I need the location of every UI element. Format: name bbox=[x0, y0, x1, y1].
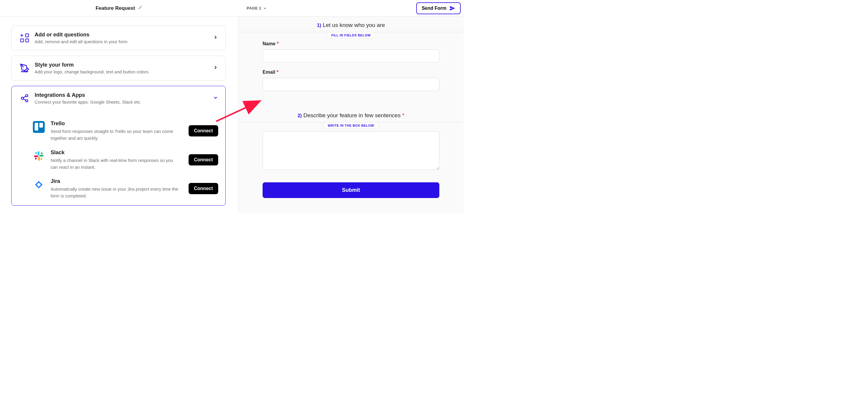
svg-point-17 bbox=[35, 152, 37, 154]
trello-icon bbox=[32, 120, 45, 133]
svg-point-7 bbox=[26, 100, 28, 102]
svg-rect-16 bbox=[34, 155, 38, 157]
slack-icon bbox=[32, 150, 45, 162]
style-card[interactable]: Style your form Add your logo, change ba… bbox=[11, 56, 225, 81]
integrations-desc: Connect your favorite apps: Google Sheet… bbox=[35, 99, 213, 104]
svg-rect-4 bbox=[26, 39, 28, 42]
name-input[interactable] bbox=[262, 50, 439, 62]
page-label-text: PAGE 1 bbox=[247, 6, 261, 10]
integrations-card[interactable]: Integrations & Apps Connect your favorit… bbox=[11, 86, 225, 206]
style-desc: Add your logo, change background, text a… bbox=[35, 69, 213, 74]
chevron-down-icon bbox=[213, 95, 218, 101]
app-desc: Notify a channel in Slack with real-time… bbox=[51, 157, 180, 171]
integrations-list: Trello Send form responses straight to T… bbox=[11, 111, 225, 206]
questions-desc: Add, remove and edit all questions in yo… bbox=[35, 39, 213, 44]
app-row-trello: Trello Send form responses straight to T… bbox=[32, 120, 218, 142]
section-1-title: Let us know who you are bbox=[323, 22, 385, 28]
svg-rect-2 bbox=[26, 34, 28, 37]
app-name: Slack bbox=[51, 150, 180, 156]
section-2-header: 2) Describe your feature in few sentence… bbox=[238, 107, 464, 125]
header-right: PAGE 1 Send Form bbox=[238, 0, 464, 16]
email-input[interactable] bbox=[262, 78, 439, 91]
connect-button[interactable]: Connect bbox=[189, 154, 218, 165]
section-num: 1) bbox=[317, 23, 321, 28]
svg-point-6 bbox=[21, 97, 24, 99]
email-label-text: Email bbox=[262, 69, 275, 74]
jira-icon bbox=[32, 178, 45, 191]
svg-rect-11 bbox=[35, 123, 38, 130]
app-desc: Automatically create new issue in your J… bbox=[51, 186, 180, 200]
name-label-text: Name bbox=[262, 41, 276, 46]
form-title-area: Feature Request bbox=[0, 5, 238, 11]
svg-point-18 bbox=[41, 152, 43, 154]
email-label: Email * bbox=[262, 69, 439, 75]
app-row-slack: Slack Notify a channel in Slack with rea… bbox=[32, 150, 218, 171]
submit-button[interactable]: Submit bbox=[262, 182, 439, 198]
form-title: Feature Request bbox=[96, 5, 135, 11]
svg-point-5 bbox=[26, 95, 28, 97]
questions-card[interactable]: Add or edit questions Add, remove and ed… bbox=[11, 26, 225, 50]
app-row-jira: Jira Automatically create new issue in y… bbox=[32, 178, 218, 200]
chevron-right-icon bbox=[213, 35, 218, 41]
svg-rect-14 bbox=[39, 155, 43, 157]
send-icon bbox=[450, 5, 455, 11]
svg-rect-12 bbox=[39, 123, 43, 128]
svg-line-8 bbox=[23, 99, 26, 100]
app-desc: Send form responses straight to Trello s… bbox=[51, 128, 180, 142]
svg-rect-15 bbox=[38, 157, 40, 161]
connect-button[interactable]: Connect bbox=[189, 183, 218, 194]
edit-title-icon[interactable] bbox=[138, 5, 143, 11]
settings-panel: Add or edit questions Add, remove and ed… bbox=[0, 17, 238, 213]
style-title: Style your form bbox=[35, 62, 213, 68]
svg-line-9 bbox=[23, 96, 26, 98]
section-num: 2) bbox=[298, 113, 302, 118]
send-form-button[interactable]: Send Form bbox=[416, 2, 461, 14]
chevron-right-icon bbox=[213, 65, 218, 71]
section-2-hint: WRITE IN THE BOX BELOW bbox=[323, 122, 378, 129]
svg-point-19 bbox=[40, 158, 42, 160]
name-label: Name * bbox=[262, 41, 439, 47]
svg-point-20 bbox=[35, 158, 37, 159]
connect-button[interactable]: Connect bbox=[189, 125, 218, 136]
section-1-hint: FILL IN FIELDS BELOW bbox=[327, 32, 375, 38]
feature-textarea[interactable] bbox=[262, 131, 439, 170]
chevron-down-icon bbox=[263, 6, 267, 10]
integrations-title: Integrations & Apps bbox=[35, 92, 213, 98]
integrations-icon bbox=[19, 92, 30, 104]
form-preview: 1) Let us know who you are FILL IN FIELD… bbox=[238, 17, 464, 213]
section-2-title: Describe your feature in few sentences bbox=[304, 112, 401, 118]
section-1-header: 1) Let us know who you are FILL IN FIELD… bbox=[238, 17, 464, 35]
page-selector[interactable]: PAGE 1 bbox=[247, 6, 267, 10]
send-form-label: Send Form bbox=[422, 6, 446, 11]
svg-rect-13 bbox=[38, 151, 39, 155]
questions-title: Add or edit questions bbox=[35, 32, 213, 38]
header-bar: Feature Request PAGE 1 Send Form bbox=[0, 0, 464, 17]
app-name: Trello bbox=[51, 120, 180, 127]
app-name: Jira bbox=[51, 178, 180, 184]
style-icon bbox=[19, 62, 30, 74]
svg-rect-3 bbox=[21, 39, 23, 42]
add-questions-icon bbox=[19, 32, 30, 44]
